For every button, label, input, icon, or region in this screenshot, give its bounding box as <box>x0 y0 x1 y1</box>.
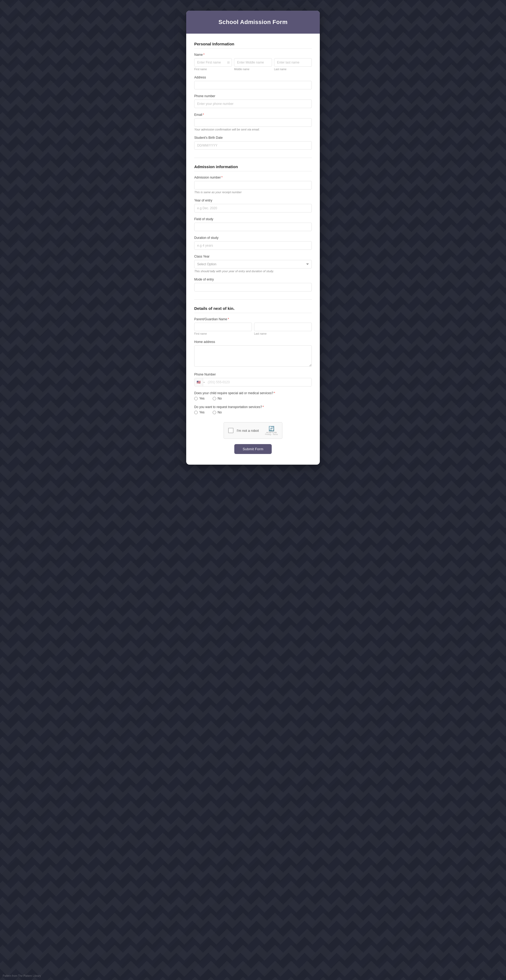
middle-name-sublabel: Middle name <box>234 68 272 71</box>
home-address-textarea[interactable] <box>194 345 312 367</box>
class-year-label: Class Year <box>194 255 312 258</box>
special-aid-field-group: Does your child require special aid or m… <box>194 391 312 400</box>
middle-name-input[interactable] <box>234 58 272 67</box>
address-field-group: Address <box>194 76 312 89</box>
field-of-study-input[interactable] <box>194 223 312 231</box>
kin-phone-field-group: Phone Number 🇺🇸 • <box>194 372 312 387</box>
year-of-entry-input[interactable] <box>194 204 312 212</box>
parent-first-sublabel: First name <box>194 332 252 335</box>
special-aid-label: Does your child require special aid or m… <box>194 391 312 395</box>
transport-no-option[interactable]: No <box>213 410 222 414</box>
transport-label: Do you want to request transportation se… <box>194 405 312 409</box>
form-container: School Admission Form Personal Informati… <box>186 11 320 465</box>
form-title: School Admission Form <box>192 19 314 25</box>
field-of-study-field-group: Field of study <box>194 217 312 231</box>
transport-yes-option[interactable]: Yes <box>194 410 204 414</box>
parent-last-name-input[interactable] <box>254 323 312 331</box>
mode-of-entry-input[interactable] <box>194 283 312 291</box>
admission-number-hint: This is same as your receipt number <box>194 191 312 194</box>
special-aid-required-star: * <box>274 391 275 395</box>
admission-number-label: Admission number * <box>194 176 312 179</box>
email-input[interactable] <box>194 118 312 127</box>
recaptcha-icon: 🔄 <box>268 426 275 431</box>
recaptcha-checkbox[interactable] <box>228 428 233 433</box>
transport-yes-radio[interactable] <box>194 411 198 414</box>
dob-input[interactable] <box>194 141 312 150</box>
parent-name-row: First name Last name <box>194 323 312 335</box>
first-name-col: ⊞ First name <box>194 58 232 71</box>
duration-input[interactable] <box>194 241 312 250</box>
home-address-field-group: Home address <box>194 340 312 368</box>
email-field-group: Email * Your admission confirmation will… <box>194 113 312 131</box>
class-year-select[interactable]: Select Option Year 1 Year 2 Year 3 Year … <box>194 260 312 269</box>
parent-last-sublabel: Last name <box>254 332 312 335</box>
last-name-col: Last name <box>274 58 312 71</box>
mode-of-entry-field-group: Mode of entry <box>194 278 312 291</box>
transport-field-group: Do you want to request transportation se… <box>194 405 312 414</box>
email-hint: Your admission confirmation will be sent… <box>194 128 312 131</box>
duration-field-group: Duration of study <box>194 236 312 250</box>
last-name-input[interactable] <box>274 58 312 67</box>
admission-number-input[interactable] <box>194 181 312 189</box>
recaptcha-text: I'm not a robot <box>237 429 262 433</box>
duration-label: Duration of study <box>194 236 312 240</box>
special-aid-no-option[interactable]: No <box>213 396 222 400</box>
middle-name-col: Middle name <box>234 58 272 71</box>
admission-required-star: * <box>221 176 223 179</box>
dob-field-group: Student's Birth Date <box>194 136 312 150</box>
parent-name-field-group: Parent/Guardian Name * First name Last n… <box>194 317 312 335</box>
address-input[interactable] <box>194 81 312 89</box>
transport-radio-group: Yes No <box>194 410 312 414</box>
phone-input[interactable] <box>194 100 312 108</box>
phone-input-wrapper: 🇺🇸 • <box>194 378 312 387</box>
admission-section-title: Admission information <box>194 164 312 171</box>
last-name-sublabel: Last name <box>274 68 312 71</box>
first-name-sublabel: First name <box>194 68 232 71</box>
recaptcha-box[interactable]: I'm not a robot 🔄 reCAPTCHA Privacy - Te… <box>223 422 283 439</box>
transport-required-star: * <box>263 405 264 409</box>
recaptcha-wrapper: I'm not a robot 🔄 reCAPTCHA Privacy - Te… <box>194 422 312 439</box>
next-of-kin-section: Details of next of kin. Parent/Guardian … <box>194 306 312 414</box>
special-aid-no-radio[interactable] <box>213 397 216 400</box>
dob-label: Student's Birth Date <box>194 136 312 140</box>
year-of-entry-label: Year of entry <box>194 199 312 202</box>
admission-number-field-group: Admission number * This is same as your … <box>194 176 312 194</box>
parent-first-col: First name <box>194 323 252 335</box>
name-field-group: Name * ⊞ First name Middle name <box>194 53 312 71</box>
mode-of-entry-label: Mode of entry <box>194 278 312 281</box>
form-body: Personal Information Name * ⊞ First name <box>186 33 320 465</box>
name-required-star: * <box>203 53 204 57</box>
phone-label: Phone number <box>194 94 312 98</box>
first-name-input[interactable] <box>194 58 232 67</box>
kin-phone-input[interactable] <box>205 378 311 386</box>
address-label: Address <box>194 76 312 79</box>
parent-last-col: Last name <box>254 323 312 335</box>
parent-first-name-input[interactable] <box>194 323 252 331</box>
submit-button[interactable]: Submit Form <box>234 444 272 454</box>
personal-information-section: Personal Information Name * ⊞ First name <box>194 41 312 150</box>
email-label: Email * <box>194 113 312 117</box>
phone-field-group: Phone number <box>194 94 312 108</box>
name-row: ⊞ First name Middle name Last name <box>194 58 312 71</box>
special-aid-yes-option[interactable]: Yes <box>194 396 204 400</box>
class-year-hint: This should tally with your year of entr… <box>194 270 312 273</box>
home-address-label: Home address <box>194 340 312 344</box>
field-of-study-label: Field of study <box>194 217 312 221</box>
next-of-kin-section-title: Details of next of kin. <box>194 306 312 313</box>
special-aid-yes-radio[interactable] <box>194 397 198 400</box>
recaptcha-logo: 🔄 reCAPTCHA Privacy - Terms <box>265 426 278 435</box>
kin-phone-label: Phone Number <box>194 372 312 376</box>
year-of-entry-field-group: Year of entry <box>194 199 312 212</box>
name-label: Name * <box>194 53 312 57</box>
personal-section-title: Personal Information <box>194 41 312 49</box>
phone-flag: 🇺🇸 <box>195 378 203 386</box>
phone-separator: • <box>203 381 205 384</box>
parent-required-star: * <box>228 317 229 321</box>
transport-no-radio[interactable] <box>213 411 216 414</box>
form-header: School Admission Form <box>186 11 320 33</box>
watermark: Pattern from The Pattern Library <box>3 974 41 977</box>
special-aid-radio-group: Yes No <box>194 396 312 400</box>
class-year-field-group: Class Year Select Option Year 1 Year 2 Y… <box>194 255 312 273</box>
parent-name-label: Parent/Guardian Name * <box>194 317 312 321</box>
email-required-star: * <box>203 113 204 117</box>
